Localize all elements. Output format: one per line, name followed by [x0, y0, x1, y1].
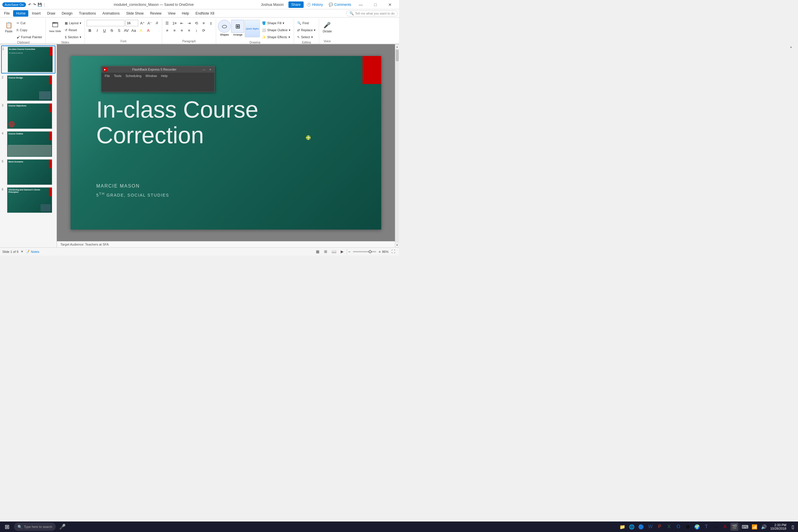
main-slide[interactable]: In-class Course Correction MARCIE MASON … — [71, 56, 381, 230]
close-slide-info[interactable]: ✕ — [21, 250, 23, 253]
font-shrink-button[interactable]: A⁻ — [147, 20, 153, 26]
slide-thumb-4[interactable]: 4 Course Outline — [1, 131, 55, 157]
undo-btn[interactable]: ↶ — [28, 3, 31, 7]
reading-view-button[interactable]: 📖 — [330, 248, 338, 255]
bullets-button[interactable]: ☰ — [164, 20, 170, 26]
dictate-button[interactable]: 🎤 Dictate — [321, 20, 334, 34]
shape-effects-button[interactable]: ✨ Shape Effects ▾ — [261, 34, 292, 40]
strikethrough-button[interactable]: S — [109, 27, 115, 34]
slide-thumb-3[interactable]: 3 Course Objectives — [1, 103, 55, 130]
share-button[interactable]: Share — [288, 1, 304, 8]
copy-button[interactable]: ⎘ Copy — [15, 27, 44, 33]
increase-indent-button[interactable]: ⇥ — [186, 20, 192, 26]
scroll-up-button[interactable]: ▲ — [395, 44, 399, 49]
slide-thumb-5[interactable]: 5 Mock Scenario: — [1, 159, 55, 186]
menu-review[interactable]: Review — [147, 10, 164, 17]
replace-button[interactable]: ⇄ Replace ▾ — [296, 27, 317, 33]
flashback-menu-scheduling[interactable]: Scheduling — [124, 74, 143, 78]
flashback-close[interactable]: ✕ — [208, 68, 213, 72]
notes-button[interactable]: 📝 Notes — [26, 250, 39, 253]
find-button[interactable]: 🔍 Find — [296, 20, 310, 26]
flashback-menu-file[interactable]: File — [103, 74, 112, 78]
align-right-button[interactable]: ≡ — [178, 27, 185, 34]
zoom-slider[interactable] — [353, 251, 376, 252]
menu-animations[interactable]: Animations — [99, 10, 122, 17]
select-button[interactable]: ↖ Select ▾ — [296, 34, 315, 40]
scroll-down-button[interactable]: ▼ — [395, 243, 399, 247]
maximize-button[interactable]: □ — [369, 0, 382, 10]
font-size-input[interactable] — [126, 20, 138, 26]
fit-slide-button[interactable]: ⛶ — [390, 248, 397, 255]
align-center-button[interactable]: ≡ — [171, 27, 178, 34]
reset-button[interactable]: ↺ Reset — [63, 27, 83, 33]
menu-insert[interactable]: Insert — [29, 10, 43, 17]
flashback-dialog[interactable]: ▶ FlashBack Express 5 Recorder — ✕ File … — [101, 66, 215, 92]
slide-title[interactable]: In-class Course Correction — [96, 97, 259, 148]
layout-button[interactable]: ▦ Layout ▾ — [63, 20, 83, 26]
menu-draw[interactable]: Draw — [44, 10, 58, 17]
history-button[interactable]: 🕐 History — [304, 1, 326, 8]
change-case-button[interactable]: Aa — [130, 27, 137, 34]
font-color-button[interactable]: A — [145, 27, 151, 34]
menu-slideshow[interactable]: Slide Show — [123, 10, 147, 17]
clear-format-button[interactable]: 𝘈 — [154, 20, 160, 26]
menu-home[interactable]: Home — [13, 10, 28, 17]
minimize-button[interactable]: — — [354, 0, 367, 10]
flashback-minimize[interactable]: — — [202, 68, 206, 72]
justify-button[interactable]: ≡ — [186, 27, 192, 34]
convert-smartart-button[interactable]: ⟳ — [201, 27, 207, 34]
slide-thumb-2[interactable]: 2 Course Design — [1, 75, 55, 101]
slide-sorter-button[interactable]: ⊞ — [322, 248, 329, 255]
zoom-in-button[interactable]: + — [379, 249, 381, 254]
normal-view-button[interactable]: ▦ — [314, 248, 321, 255]
slide-thumb-1[interactable]: 1 In-class Course Correction BY MARCIE M… — [1, 45, 55, 74]
text-direction-button[interactable]: ⟲ — [193, 20, 200, 26]
shape-fill-button[interactable]: 🪣 Shape Fill ▾ — [261, 20, 292, 26]
menu-design[interactable]: Design — [59, 10, 75, 17]
shape-outline-button[interactable]: ⬜ Shape Outline ▾ — [261, 27, 292, 33]
decrease-indent-button[interactable]: ⇤ — [178, 20, 185, 26]
search-box[interactable]: 🔍 Tell me what you want to do — [346, 11, 398, 16]
save-btn[interactable]: 💾 — [38, 3, 42, 7]
format-painter-button[interactable]: 🖌 Format Painter — [15, 34, 44, 40]
columns-button[interactable]: ⫿ — [208, 20, 214, 26]
menu-endnote[interactable]: EndNote X8 — [192, 10, 217, 17]
cut-button[interactable]: ✂ Cut — [15, 20, 44, 26]
underline-button[interactable]: U — [101, 27, 108, 34]
menu-view[interactable]: View — [165, 10, 178, 17]
menu-file[interactable]: File — [1, 10, 13, 17]
bold-button[interactable]: B — [87, 27, 93, 34]
vertical-scrollbar[interactable]: ▲ ▼ — [395, 44, 399, 247]
menu-help[interactable]: Help — [179, 10, 192, 17]
shapes-button[interactable]: ⬭ — [218, 20, 231, 33]
close-button[interactable]: ✕ — [383, 0, 397, 10]
zoom-level[interactable]: 86% — [382, 250, 388, 253]
char-spacing-button[interactable]: AV — [123, 27, 130, 34]
font-name-input[interactable] — [87, 20, 125, 26]
highlight-button[interactable]: A — [138, 27, 144, 34]
text-shadow-button[interactable]: S — [116, 27, 122, 34]
numbering-button[interactable]: 1≡ — [171, 20, 178, 26]
zoom-out-button[interactable]: − — [348, 249, 350, 254]
redo-btn[interactable]: ↷ — [33, 3, 36, 7]
italic-button[interactable]: I — [94, 27, 100, 34]
align-left-button[interactable]: ≡ — [164, 27, 170, 34]
quick-styles-button[interactable]: Quick Styles — [245, 20, 260, 37]
slideshow-view-button[interactable]: ▶ — [339, 248, 346, 255]
new-slide-button[interactable]: 🗔 New Slide — [48, 20, 63, 34]
slide-canvas[interactable]: In-class Course Correction MARCIE MASON … — [57, 44, 395, 241]
scroll-thumb[interactable] — [396, 50, 399, 61]
slide-thumb-6[interactable]: 6 Chickering and Gamson's Seven Principl… — [1, 187, 55, 213]
section-button[interactable]: § Section ▾ — [63, 34, 83, 40]
flashback-menu-tools[interactable]: Tools — [112, 74, 124, 78]
menu-transitions[interactable]: Transitions — [76, 10, 99, 17]
autosave-toggle[interactable]: AutoSave On — [2, 2, 26, 7]
arrange-button[interactable]: ⊞ — [231, 20, 244, 33]
line-spacing-button[interactable]: ↕ — [193, 27, 200, 34]
font-grow-button[interactable]: A⁺ — [139, 20, 146, 26]
comments-button[interactable]: 💬 Comments — [326, 1, 354, 8]
flashback-menu-help[interactable]: Help — [159, 74, 169, 78]
paste-button[interactable]: 📋 Paste — [3, 20, 15, 34]
flashback-menu-window[interactable]: Window — [144, 74, 159, 78]
align-text-button[interactable]: ≡ — [201, 20, 207, 26]
